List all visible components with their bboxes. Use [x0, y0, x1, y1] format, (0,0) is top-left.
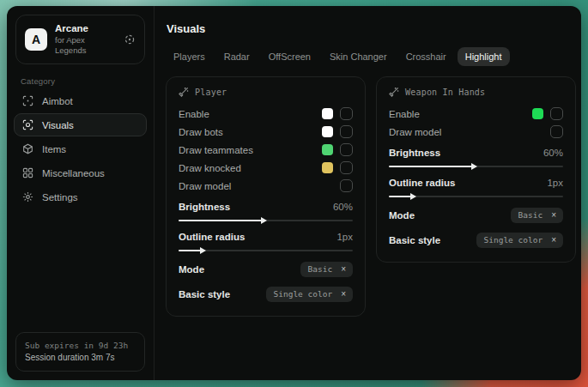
sidebar-item-label: Aimbot [42, 96, 73, 106]
sidebar-item-miscellaneous[interactable]: Miscellaneous [14, 161, 147, 184]
tab-skin-changer[interactable]: Skin Changer [322, 47, 395, 66]
setting-controls [550, 125, 563, 138]
tag-pill-text: Single color [274, 289, 333, 299]
slider-fill [389, 196, 411, 197]
checkbox[interactable] [550, 107, 563, 120]
setting-row-draw-knocked: Draw knocked [179, 159, 353, 177]
setting-label: Enable [179, 109, 209, 119]
slider-fill [179, 220, 262, 221]
tab-highlight[interactable]: Highlight [458, 47, 510, 66]
tag-pill-text: Basic [308, 264, 333, 274]
tag-label: Mode [179, 264, 204, 275]
tag-row-basic-style: Basic styleSingle color× [179, 284, 353, 305]
tab-offscreen[interactable]: OffScreen [261, 47, 318, 66]
slider-label: Outline radius [389, 178, 455, 188]
sidebar-item-label: Visuals [42, 120, 74, 130]
tag-pill-text: Basic [518, 210, 543, 220]
slider-head: Outline radius1px [179, 229, 353, 245]
setting-row-draw-model: Draw model [179, 177, 353, 195]
slider-value: 60% [543, 148, 563, 158]
color-swatch[interactable] [322, 144, 333, 155]
slider-label: Brightness [389, 148, 440, 158]
wand-icon [389, 87, 399, 97]
tag-row-mode: ModeBasic× [389, 205, 563, 226]
panel-header: Player [179, 87, 353, 97]
color-swatch[interactable] [322, 126, 333, 137]
setting-controls [322, 161, 353, 174]
sub-expires-text: Sub expires in 9d 23h [25, 340, 136, 352]
page-title: Visuals [167, 22, 576, 35]
color-swatch[interactable] [322, 108, 333, 119]
slider-track[interactable] [389, 192, 563, 201]
wand-icon [179, 87, 189, 97]
slider-track[interactable] [179, 246, 353, 255]
slider-value: 1px [336, 232, 353, 242]
checkbox[interactable] [340, 161, 353, 174]
checkbox[interactable] [340, 179, 353, 192]
sidebar-item-label: Items [42, 144, 66, 154]
checkbox[interactable] [340, 125, 353, 138]
tab-bar: PlayersRadarOffScreenSkin ChangerCrossha… [166, 47, 576, 66]
target-icon[interactable] [124, 33, 136, 45]
tag-label: Basic style [389, 235, 440, 245]
sidebar-item-label: Miscellaneous [42, 168, 105, 178]
main-content: Visuals PlayersRadarOffScreenSkin Change… [155, 6, 581, 380]
setting-row-draw-model: Draw model [389, 123, 563, 141]
remove-icon[interactable]: × [341, 290, 346, 299]
setting-label: Draw knocked [179, 163, 241, 173]
tag-pill-single-color[interactable]: Single color× [266, 287, 353, 302]
tag-row-mode: ModeBasic× [179, 259, 353, 280]
app-window: A Arcane for Apex Legends Category Aimbo… [7, 6, 581, 380]
remove-icon[interactable]: × [341, 265, 346, 274]
slider-thumb[interactable] [200, 247, 206, 254]
tab-radar[interactable]: Radar [216, 47, 258, 66]
tab-crosshair[interactable]: Crosshair [398, 47, 454, 66]
sidebar: A Arcane for Apex Legends Category Aimbo… [7, 6, 155, 380]
tag-pill-basic[interactable]: Basic× [511, 208, 563, 223]
slider-thumb[interactable] [410, 193, 416, 200]
slider-thumb[interactable] [261, 217, 267, 224]
remove-icon[interactable]: × [551, 211, 556, 220]
slider-fill [179, 250, 201, 251]
setting-row-draw-bots: Draw bots [179, 123, 353, 141]
slider-fill [389, 166, 472, 167]
miscellaneous-icon [21, 167, 33, 178]
checkbox[interactable] [340, 107, 353, 120]
sidebar-item-items[interactable]: Items [14, 137, 147, 160]
tab-players[interactable]: Players [166, 47, 213, 66]
slider-group-brightness: Brightness60% [389, 145, 563, 171]
setting-label: Enable [389, 109, 420, 119]
sidebar-item-visuals[interactable]: Visuals [14, 113, 147, 136]
app-logo: A [25, 28, 47, 51]
sidebar-item-label: Settings [42, 192, 78, 203]
sidebar-nav: AimbotVisualsItemsMiscellaneousSettings [7, 89, 154, 209]
slider-thumb[interactable] [471, 163, 477, 170]
panels-container: PlayerEnableDraw botsDraw teammatesDraw … [166, 76, 576, 317]
aimbot-icon [21, 95, 33, 106]
slider-group-brightness: Brightness60% [179, 199, 353, 225]
checkbox[interactable] [340, 143, 353, 156]
color-swatch[interactable] [532, 108, 543, 119]
setting-label: Draw model [179, 181, 231, 191]
panel-title: Player [195, 88, 227, 97]
tag-pill-single-color[interactable]: Single color× [476, 233, 563, 248]
slider-label: Brightness [179, 202, 230, 212]
tag-row-basic-style: Basic styleSingle color× [389, 230, 563, 251]
checkbox[interactable] [550, 125, 563, 138]
slider-track[interactable] [179, 216, 353, 225]
sidebar-item-settings[interactable]: Settings [14, 185, 147, 209]
panel-title: Weapon In Hands [405, 88, 485, 97]
tag-label: Basic style [179, 289, 230, 299]
remove-icon[interactable]: × [551, 236, 556, 245]
slider-track[interactable] [389, 162, 563, 171]
app-name: Arcane [55, 23, 116, 34]
app-subtitle: for Apex Legends [55, 35, 116, 56]
slider-head: Brightness60% [179, 199, 353, 215]
color-swatch[interactable] [322, 162, 333, 173]
slider-group-outline-radius: Outline radius1px [179, 229, 353, 255]
setting-row-enable: Enable [389, 105, 563, 123]
panel-weapon-in-hands: Weapon In HandsEnableDraw modelBrightnes… [376, 76, 576, 263]
items-icon [21, 143, 33, 154]
tag-pill-basic[interactable]: Basic× [300, 262, 353, 277]
sidebar-item-aimbot[interactable]: Aimbot [14, 89, 147, 112]
